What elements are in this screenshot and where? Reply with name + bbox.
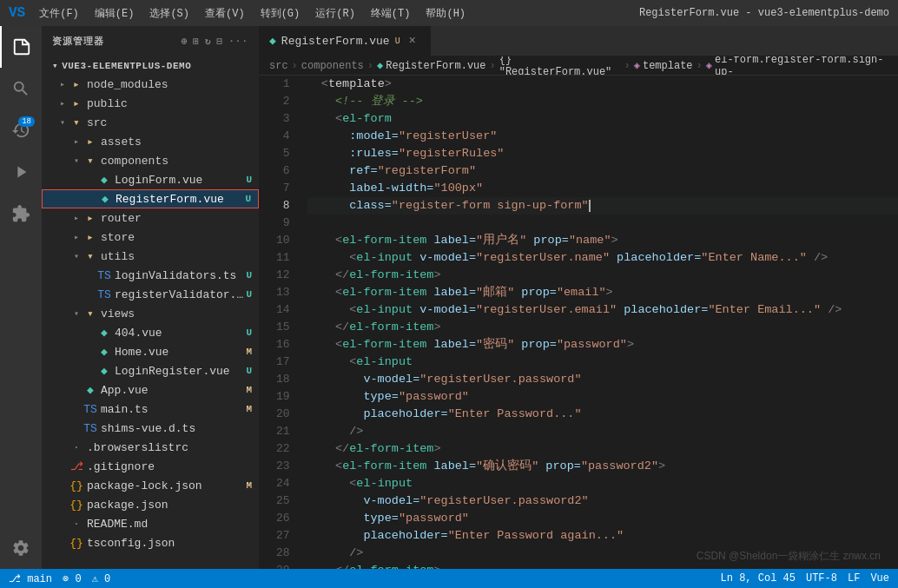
tree-item-loginValidators.ts[interactable]: TSloginValidators.tsU (42, 266, 259, 285)
tree-item-store[interactable]: ▸▸store (42, 228, 259, 247)
tab-vue-icon: ◆ (269, 34, 276, 48)
code-line[interactable]: placeholder="Enter Password..." (307, 406, 898, 423)
code-line[interactable]: </el-form-item> (307, 319, 898, 336)
menu-item-文件[interactable]: 文件(F) (32, 4, 86, 23)
tree-item-LoginForm.vue[interactable]: ◆LoginForm.vueU (42, 170, 259, 189)
code-line[interactable]: v-model="registerUser.password" (307, 371, 898, 388)
warning-count[interactable]: ⚠ 0 (92, 572, 111, 585)
code-content[interactable]: <template> <!-- 登录 --> <el-form :model="… (304, 76, 898, 569)
cursor-position[interactable]: Ln 8, Col 45 (721, 572, 796, 585)
menu-item-帮助[interactable]: 帮助(H) (419, 4, 472, 23)
tree-item-package.json[interactable]: {}package.json (42, 495, 259, 514)
tab-RegisterForm[interactable]: ◆ RegisterForm.vue U × (259, 26, 431, 56)
tree-item-App.vue[interactable]: ◆App.vueM (42, 380, 259, 400)
breadcrumb-components[interactable]: components (301, 60, 364, 72)
tree-label: 404.vue (115, 327, 246, 340)
code-line[interactable]: type="password" (307, 388, 898, 406)
breadcrumb-file[interactable]: ◆ RegisterForm.vue (377, 59, 485, 72)
code-line[interactable]: </el-form-item> (307, 562, 898, 569)
tree-item-src[interactable]: ▾▾src (42, 113, 259, 132)
workspace-root[interactable]: ▾ VUE3-ELEMENTPLUS-DEMO (42, 56, 259, 75)
refresh-icon[interactable]: ↻ (205, 36, 212, 47)
breadcrumb-el-form[interactable]: ◈ el-form.register-form.sign-up- (706, 56, 888, 76)
menu-item-选择[interactable]: 选择(S) (142, 4, 196, 23)
code-line[interactable]: <el-input (307, 475, 898, 492)
breadcrumb-template[interactable]: ◈ template (634, 59, 693, 72)
tree-item-registerValidator.ts[interactable]: TSregisterValidator.tsU (42, 285, 259, 304)
search-icon[interactable] (0, 68, 42, 109)
menu-item-终端[interactable]: 终端(T) (364, 4, 418, 23)
explorer-icon[interactable] (0, 26, 42, 68)
collapse-all-icon[interactable]: ⊟ (217, 36, 224, 47)
token-punct: > (611, 234, 617, 247)
code-line[interactable]: placeholder="Enter Password again..." (307, 527, 898, 545)
extensions-icon[interactable] (0, 193, 42, 235)
menu-item-编辑[interactable]: 编辑(E) (88, 4, 142, 23)
code-line[interactable]: <template> (307, 76, 898, 93)
settings-icon[interactable] (0, 527, 42, 569)
tree-item-public[interactable]: ▸▸public (42, 94, 259, 113)
tab-close-button[interactable]: × (406, 34, 419, 48)
code-line[interactable]: <el-form (307, 110, 898, 128)
tab-label: RegisterForm.vue (281, 35, 390, 48)
code-line[interactable]: <el-form-item label="用户名" prop="name"> (307, 232, 898, 249)
code-line[interactable]: class="register-form sign-up-form" (307, 197, 898, 215)
tree-item-LoginRegister.vue[interactable]: ◆LoginRegister.vueU (42, 361, 259, 380)
git-branch[interactable]: ⎇ main (9, 572, 52, 585)
menu-item-查看[interactable]: 查看(V) (198, 4, 252, 23)
code-line[interactable]: </el-form-item> (307, 267, 898, 284)
code-line[interactable]: </el-form-item> (307, 440, 898, 458)
tree-item-RegisterForm.vue[interactable]: ◆RegisterForm.vueU (42, 189, 259, 208)
code-line[interactable]: type="password" (307, 510, 898, 527)
tree-item-404.vue[interactable]: ◆404.vueU (42, 323, 259, 342)
source-control-icon[interactable]: 18 (0, 109, 42, 151)
tree-item-Home.vue[interactable]: ◆Home.vueM (42, 342, 259, 361)
tree-item-node_modules[interactable]: ▸▸node_modules (42, 75, 259, 94)
code-line[interactable]: <el-form-item label="密码" prop="password"… (307, 336, 898, 353)
menu-item-运行[interactable]: 运行(R) (308, 4, 362, 23)
code-line[interactable]: <el-input v-model="registerUser.email" p… (307, 301, 898, 319)
code-line[interactable]: :model="registerUser" (307, 128, 898, 145)
code-line[interactable]: label-width="100px" (307, 180, 898, 197)
git-icon: ⎇ (69, 459, 83, 473)
menu-item-转到[interactable]: 转到(G) (254, 4, 307, 23)
new-folder-icon[interactable]: ⊞ (193, 36, 200, 47)
encoding[interactable]: UTF-8 (806, 572, 837, 585)
code-line[interactable]: /> (307, 423, 898, 440)
line-ending[interactable]: LF (848, 572, 860, 585)
tree-item-utils[interactable]: ▾▾utils (42, 247, 259, 266)
tree-item-views[interactable]: ▾▾views (42, 304, 259, 323)
tree-item-assets[interactable]: ▸▸assets (42, 132, 259, 151)
tree-item-main.ts[interactable]: TSmain.tsM (42, 400, 259, 419)
vue-icon: ◆ (83, 383, 97, 397)
code-line[interactable]: :rules="registerRules" (307, 145, 898, 162)
new-file-icon[interactable]: ⊕ (182, 36, 188, 47)
code-line[interactable] (307, 215, 898, 232)
error-count[interactable]: ⊗ 0 (63, 572, 82, 585)
code-line[interactable]: <el-input (307, 353, 898, 371)
run-debug-icon[interactable] (0, 151, 42, 193)
tree-item-router[interactable]: ▸▸router (42, 208, 259, 228)
tree-item-components[interactable]: ▾▾components (42, 151, 259, 170)
tree-item-.browserslistrc[interactable]: ·.browserslistrc (42, 438, 259, 457)
code-line[interactable]: <el-input v-model="registerUser.name" pl… (307, 249, 898, 267)
code-line[interactable]: /> (307, 545, 898, 562)
breadcrumb-src[interactable]: src (269, 60, 288, 72)
more-actions-icon[interactable]: ··· (228, 36, 248, 47)
tree-item-package-lock.json[interactable]: {}package-lock.jsonM (42, 476, 259, 495)
tree-item-tsconfig.json[interactable]: {}tsconfig.json (42, 533, 259, 552)
code-line[interactable]: <!-- 登录 --> (307, 93, 898, 110)
tree-item-shims-vue.d.ts[interactable]: TSshims-vue.d.ts (42, 419, 259, 438)
tree-label: LoginRegister.vue (115, 365, 246, 378)
code-line[interactable]: <el-form-item label="邮箱" prop="email"> (307, 284, 898, 301)
code-line[interactable]: ref="registerForm" (307, 162, 898, 180)
line-number: 19 (276, 388, 290, 406)
code-line[interactable]: v-model="registerUser.password2" (307, 492, 898, 510)
tree-item-.gitignore[interactable]: ⎇.gitignore (42, 457, 259, 476)
code-line[interactable]: <el-form-item label="确认密码" prop="passwor… (307, 458, 898, 475)
language-mode[interactable]: Vue (870, 572, 889, 585)
tree-label: assets (101, 135, 259, 149)
breadcrumb-object[interactable]: {} "RegisterForm.vue" (499, 56, 621, 76)
code-editor[interactable]: 1234567891011121314151617181920212223242… (259, 76, 898, 569)
tree-item-README.md[interactable]: ·README.md (42, 514, 259, 533)
